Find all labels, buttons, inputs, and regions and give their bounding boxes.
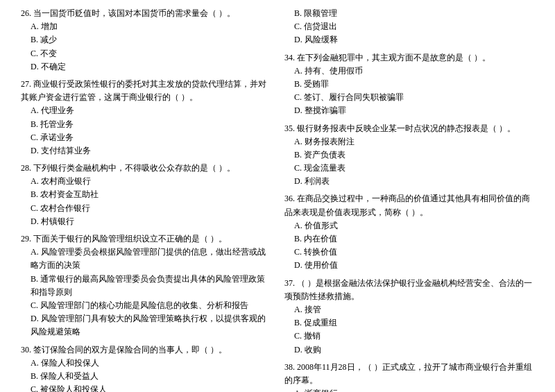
q33-opt-b: B. 限额管理 [284,7,534,20]
q34-opt-d: D. 整搅诈骗罪 [284,104,534,117]
q37-opt-b: B. 促成重组 [284,316,534,330]
question-29: 29. 下面关于银行的风险管理组织设立不正确的是（ ）。 A. 风险管理委员会根… [21,232,271,339]
q38-text: 38. 2008年11月28日，（ ）正式成立，拉开了城市商业银行合并重组的序幕… [284,361,534,387]
q36-text: 36. 在商品交换过程中，一种商品的价值通过其他具有相同价值的商品来表现是价值表… [284,192,534,219]
q35-opt-c: C. 现金流量表 [284,162,534,175]
question-38: 38. 2008年11月28日，（ ）正式成立，拉开了城市商业银行合并重组的序幕… [284,361,534,392]
q28-opt-c: C. 农村合作银行 [21,202,271,215]
q34-opt-a: A. 持有、使用假币 [284,65,534,78]
q28-opt-b: B. 农村资金互助社 [21,188,271,201]
q37-opt-d: D. 收购 [284,343,534,357]
question-30: 30. 签订保险合同的双方是保险合同的当事人，即（ ）。 A. 保险人和投保人 … [21,343,271,393]
q27-opt-a: A. 代理业务 [21,104,271,117]
q27-opt-b: B. 托管业务 [21,118,271,131]
q30-opt-a: A. 保险人和投保人 [21,357,271,370]
question-35: 35. 银行财务报表中反映企业某一时点状况的静态报表是（ ）。 A. 财务报表附… [284,122,534,189]
q36-opt-b: B. 内在价值 [284,232,534,246]
q35-opt-b: B. 资产负债表 [284,148,534,162]
q35-opt-a: A. 财务报表附注 [284,135,534,148]
q26-opt-b: B. 减少 [21,33,271,46]
q36-opt-a: A. 价值形式 [284,219,534,232]
q29-opt-a: A. 风险管理委员会根据风险管理部门提供的信息，做出经营或战略方面的决策 [21,246,271,272]
question-27: 27. 商业银行受政策性银行的委托对其主发放的贷款代理结算，并对其账户资金进行监… [21,78,271,157]
q33-opt-d: D. 风险缓释 [284,33,534,46]
q29-opt-b: B. 通常银行的最高风险管理委员会负责提出具体的风险管理政策和指导原则 [21,273,271,299]
q37-opt-c: C. 撤销 [284,330,534,343]
right-column: B. 限额管理 C. 信贷退出 D. 风险缓释 34. 在下列金融犯罪中，其主观… [284,7,534,392]
q36-opt-d: D. 使用价值 [284,259,534,272]
q28-opt-d: D. 村镇银行 [21,215,271,228]
q27-opt-d: D. 支付结算业务 [21,144,271,157]
q37-opt-a: A. 接管 [284,303,534,316]
q29-opt-c: C. 风险管理部门的核心功能是风险信息的收集、分析和报告 [21,299,271,312]
q26-opt-c: C. 不变 [21,47,271,60]
q34-opt-b: B. 受贿罪 [284,78,534,91]
q36-opt-c: C. 转换价值 [284,246,534,259]
q29-opt-d: D. 风险管理部门具有较大的风险管理策略执行权，以提供客观的风险规避策略 [21,312,271,339]
q35-text: 35. 银行财务报表中反映企业某一时点状况的静态报表是（ ）。 [284,122,534,135]
q26-opt-a: A. 增加 [21,20,271,33]
left-column: 26. 当一国货币贬值时，该国对本国货币的需求量会（ ）。 A. 增加 B. 减… [21,7,271,392]
question-26: 26. 当一国货币贬值时，该国对本国货币的需求量会（ ）。 A. 增加 B. 减… [21,7,271,74]
q33-opt-c: C. 信贷退出 [284,20,534,33]
q30-opt-b: B. 保险人和受益人 [21,370,271,383]
question-34: 34. 在下列金融犯罪中，其主观方面不是故意的是（ ）。 A. 持有、使用假币 … [284,51,534,118]
q34-text: 34. 在下列金融犯罪中，其主观方面不是故意的是（ ）。 [284,51,534,65]
question-33-continued: B. 限额管理 C. 信贷退出 D. 风险缓释 [284,7,534,47]
question-28: 28. 下列银行类金融机构中，不得吸收公众存款的是（ ）。 A. 农村商业银行 … [21,162,271,228]
q28-opt-a: A. 农村商业银行 [21,175,271,188]
q26-opt-d: D. 不确定 [21,60,271,74]
q37-text: 37. （ ）是根据金融法依法保护银行业金融机构经营安全、合法的一项预防性拯救措… [284,277,534,303]
q27-opt-c: C. 承诺业务 [21,131,271,144]
q30-text: 30. 签订保险合同的双方是保险合同的当事人，即（ ）。 [21,343,271,357]
q26-text: 26. 当一国货币贬值时，该国对本国货币的需求量会（ ）。 [21,7,271,20]
question-37: 37. （ ）是根据金融法依法保护银行业金融机构经营安全、合法的一项预防性拯救措… [284,277,534,357]
q29-text: 29. 下面关于银行的风险管理组织设立不正确的是（ ）。 [21,232,271,246]
question-36: 36. 在商品交换过程中，一种商品的价值通过其他具有相同价值的商品来表现是价值表… [284,192,534,272]
q35-opt-d: D. 利润表 [284,175,534,188]
q34-opt-c: C. 签订、履行合同失职被骗罪 [284,91,534,104]
q28-text: 28. 下列银行类金融机构中，不得吸收公众存款的是（ ）。 [21,162,271,175]
q38-opt-a: A. 浙商银行 [284,387,534,392]
q30-opt-c: C. 被保险人和投保人 [21,383,271,392]
q27-text: 27. 商业银行受政策性银行的委托对其主发放的贷款代理结算，并对其账户资金进行监… [21,78,271,104]
